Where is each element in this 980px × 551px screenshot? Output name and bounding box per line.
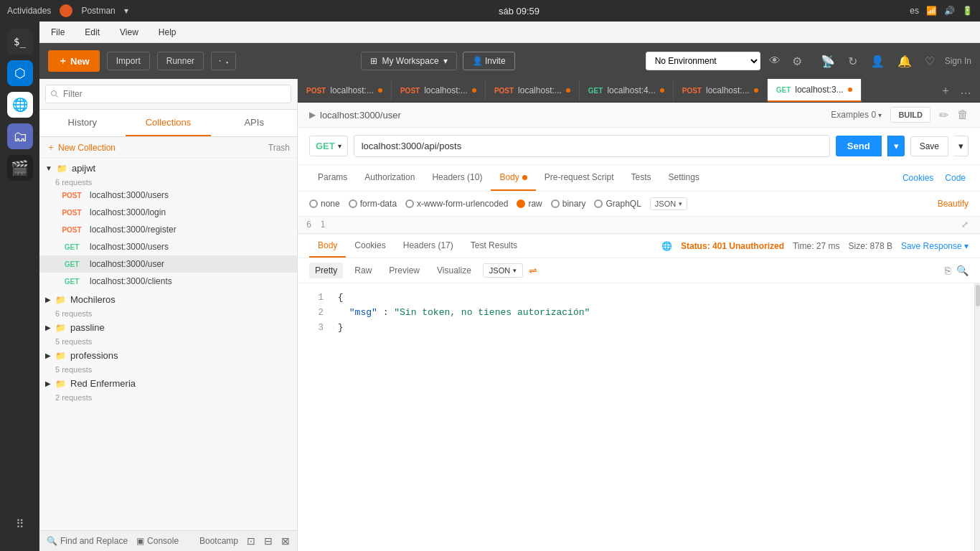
collection-header-apijwt[interactable]: ▼ 📁 apijwt bbox=[39, 159, 297, 178]
new-collection-button[interactable]: ＋ New Collection bbox=[47, 141, 116, 154]
req-tab-body[interactable]: Body bbox=[491, 165, 535, 191]
grid-icon[interactable]: ⠿ bbox=[7, 511, 33, 537]
req-tab-tests[interactable]: Tests bbox=[622, 165, 659, 191]
more-tabs-button[interactable]: … bbox=[957, 81, 974, 100]
tab-get-4[interactable]: GET localhost:4... bbox=[580, 80, 674, 101]
menu-edit[interactable]: Edit bbox=[80, 24, 104, 40]
cookies-link[interactable]: Cookies bbox=[900, 166, 936, 190]
trash-button[interactable]: Trash bbox=[268, 143, 290, 153]
eye-icon[interactable]: 👁 bbox=[766, 52, 783, 70]
files-icon[interactable]: 🗂 bbox=[7, 123, 33, 149]
response-tab-cookies[interactable]: Cookies bbox=[346, 235, 394, 258]
menu-view[interactable]: View bbox=[116, 24, 143, 40]
build-button[interactable]: BUILD bbox=[890, 107, 930, 123]
json-format-selector[interactable]: JSON ▾ bbox=[650, 197, 687, 210]
collection-header-passline[interactable]: ▶ 📁 passline bbox=[39, 318, 297, 337]
response-tab-testresults[interactable]: Test Results bbox=[462, 235, 526, 258]
tab-history[interactable]: History bbox=[39, 110, 126, 136]
collection-header-mochileros[interactable]: ▶ 📁 Mochileros bbox=[39, 290, 297, 309]
menu-file[interactable]: File bbox=[47, 24, 69, 40]
request-item[interactable]: POST localhost:3000/register bbox=[39, 221, 297, 238]
send-dropdown-button[interactable]: ▾ bbox=[887, 136, 905, 156]
new-button[interactable]: ＋ New bbox=[48, 50, 100, 72]
req-tab-prerequest[interactable]: Pre-request Script bbox=[536, 165, 623, 191]
app-dropdown-icon[interactable]: ▾ bbox=[124, 6, 128, 16]
req-tab-authorization[interactable]: Authorization bbox=[356, 165, 423, 191]
activities-label[interactable]: Actividades bbox=[7, 6, 51, 16]
media-icon[interactable]: 🎬 bbox=[7, 155, 33, 181]
body-option-graphql[interactable]: GraphQL bbox=[594, 199, 641, 209]
request-item[interactable]: GET localhost:3000/clients bbox=[39, 273, 297, 290]
copy-icon[interactable]: ⎘ bbox=[945, 265, 951, 276]
runner-button[interactable]: Runner bbox=[157, 52, 204, 70]
format-preview[interactable]: Preview bbox=[383, 263, 425, 278]
sign-in-label[interactable]: Sign In bbox=[945, 56, 971, 66]
code-link[interactable]: Code bbox=[942, 166, 969, 190]
env-select[interactable]: No Environment bbox=[646, 52, 760, 70]
format-visualize[interactable]: Visualize bbox=[431, 263, 477, 278]
workspace-button[interactable]: ⊞ My Workspace ▾ bbox=[361, 52, 456, 70]
vscode-icon[interactable]: ⬡ bbox=[7, 60, 33, 86]
tab-get-6-active[interactable]: GET localhost:3... bbox=[768, 79, 862, 102]
console-button[interactable]: ▣ Console bbox=[136, 536, 179, 546]
tab-post-5[interactable]: POST localhost:... bbox=[674, 80, 768, 101]
tab-collections[interactable]: Collections bbox=[126, 110, 212, 136]
request-item[interactable]: POST localhost:3000/users bbox=[39, 187, 297, 204]
find-replace-button[interactable]: 🔍 Find and Replace bbox=[47, 536, 128, 546]
collection-header-red-enfermeria[interactable]: ▶ 📁 Red Enfermeria bbox=[39, 374, 297, 393]
chrome-icon[interactable]: 🌐 bbox=[7, 92, 33, 118]
sync-icon[interactable]: ↻ bbox=[845, 52, 860, 71]
terminal-icon[interactable]: $_ bbox=[7, 29, 33, 55]
scrollbar[interactable] bbox=[974, 283, 980, 551]
body-option-binary[interactable]: binary bbox=[551, 199, 586, 209]
body-option-urlencoded[interactable]: x-www-form-urlencoded bbox=[405, 199, 508, 209]
invite-button[interactable]: 👤 Invite bbox=[463, 52, 515, 70]
req-tab-settings[interactable]: Settings bbox=[660, 165, 708, 191]
tab-post-2[interactable]: POST localhost:... bbox=[392, 80, 486, 101]
tab-post-1[interactable]: POST localhost:... bbox=[298, 80, 392, 101]
response-tab-body[interactable]: Body bbox=[309, 235, 346, 258]
format-raw[interactable]: Raw bbox=[349, 263, 377, 278]
save-dropdown-button[interactable]: ▾ bbox=[954, 136, 969, 156]
collection-header-professions[interactable]: ▶ 📁 professions bbox=[39, 346, 297, 365]
request-item[interactable]: GET localhost:3000/users bbox=[39, 238, 297, 255]
req-tab-headers[interactable]: Headers (10) bbox=[423, 165, 491, 191]
satellite-icon[interactable]: 📡 bbox=[818, 52, 838, 71]
layout-icon-3[interactable]: ⊠ bbox=[281, 535, 290, 547]
url-input[interactable] bbox=[354, 135, 830, 157]
layout-icon-1[interactable]: ⊡ bbox=[247, 535, 255, 547]
request-item-active[interactable]: GET localhost:3000/user bbox=[39, 255, 297, 273]
scrollbar-thumb[interactable] bbox=[976, 285, 980, 306]
search-input[interactable] bbox=[45, 85, 291, 103]
heart-icon[interactable]: ♡ bbox=[922, 52, 938, 71]
extra-toolbar-btn[interactable]: ⬝ ▾ bbox=[211, 52, 236, 70]
req-tab-params[interactable]: Params bbox=[309, 165, 356, 191]
bell-icon[interactable]: 🔔 bbox=[895, 52, 915, 71]
json-format-dropdown[interactable]: JSON ▾ bbox=[483, 263, 523, 278]
examples-label[interactable]: Examples 0 ▾ bbox=[831, 110, 882, 120]
expand-icon[interactable]: ⤢ bbox=[961, 220, 969, 230]
add-tab-button[interactable]: ＋ bbox=[937, 80, 954, 101]
save-response-button[interactable]: Save Response ▾ bbox=[901, 241, 969, 251]
response-tab-headers[interactable]: Headers (17) bbox=[395, 235, 462, 258]
layout-icon-2[interactable]: ⊟ bbox=[264, 535, 273, 547]
bootcamp-button[interactable]: Bootcamp bbox=[199, 536, 238, 546]
import-button[interactable]: Import bbox=[107, 52, 150, 70]
format-convert-icon[interactable]: ⇌ bbox=[529, 265, 537, 276]
method-select[interactable]: GET ▾ bbox=[309, 136, 348, 156]
body-option-raw[interactable]: raw bbox=[517, 199, 542, 209]
request-item[interactable]: POST localhost:3000/login bbox=[39, 204, 297, 221]
settings-icon[interactable]: ⚙ bbox=[789, 52, 805, 71]
search-response-icon[interactable]: 🔍 bbox=[956, 265, 969, 276]
tab-post-3[interactable]: POST localhost:... bbox=[486, 80, 580, 101]
beautify-button[interactable]: Beautify bbox=[938, 199, 969, 209]
delete-icon[interactable]: 🗑 bbox=[957, 108, 969, 121]
body-option-none[interactable]: none bbox=[309, 199, 340, 209]
edit-icon[interactable]: ✏ bbox=[939, 108, 948, 122]
format-pretty[interactable]: Pretty bbox=[309, 263, 343, 278]
user-icon[interactable]: 👤 bbox=[867, 52, 887, 71]
menu-help[interactable]: Help bbox=[154, 24, 181, 40]
save-button[interactable]: Save bbox=[910, 136, 948, 156]
body-option-formdata[interactable]: form-data bbox=[349, 199, 397, 209]
tab-apis[interactable]: APIs bbox=[211, 110, 297, 136]
